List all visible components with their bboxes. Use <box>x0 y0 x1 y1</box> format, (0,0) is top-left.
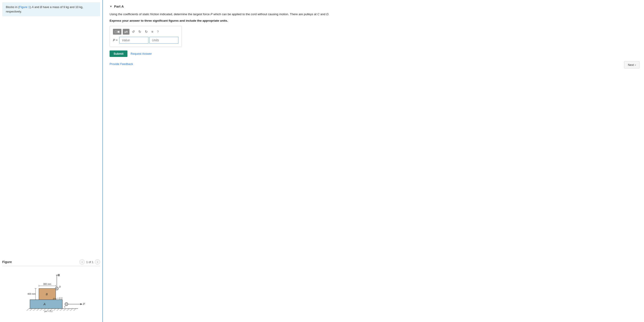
figure-title: Figure <box>2 260 12 264</box>
figure-prev-btn[interactable]: ‹ <box>80 259 85 265</box>
mu-ab-label: μAB = 0.3 <box>53 297 62 300</box>
figure-diagram: A B 300 mm 400 mm D <box>2 268 100 320</box>
svg-line-10 <box>57 309 59 311</box>
block-b-label: B <box>46 293 48 296</box>
next-label: Next <box>628 63 634 67</box>
dim-400-label: 400 mm <box>28 293 36 295</box>
svg-line-9 <box>54 309 56 311</box>
svg-rect-16 <box>30 300 62 309</box>
figure-next-btn[interactable]: › <box>95 259 100 265</box>
point-c-label: c <box>64 305 66 308</box>
svg-line-1 <box>26 309 29 311</box>
block-a-label: A <box>43 302 46 306</box>
svg-line-14 <box>70 309 72 311</box>
force-p-label: P <box>83 302 85 306</box>
figure-section: Figure ‹ 1 of 1 › <box>0 257 102 322</box>
svg-line-11 <box>60 309 62 311</box>
request-answer-link[interactable]: Request Answer <box>130 52 152 55</box>
answer-box: ▢▣ μA ↺ ↻ ↻ ≡ ? P = <box>110 26 182 47</box>
dim-300-label: 300 mm <box>43 283 51 285</box>
right-panel: ▼ Part A Using the coefficients of stati… <box>103 0 644 322</box>
svg-rect-26 <box>58 274 60 276</box>
svg-line-5 <box>40 309 42 311</box>
units-input[interactable] <box>149 37 178 43</box>
svg-line-15 <box>74 309 76 311</box>
reset-btn[interactable]: ↻ <box>144 29 149 34</box>
mu-a-label: μA = 0.1 <box>44 310 52 313</box>
toolbar: ▢▣ μA ↺ ↻ ↻ ≡ ? <box>113 29 178 35</box>
undo-btn[interactable]: ↺ <box>131 29 136 34</box>
input-row: P = <box>113 37 178 43</box>
diagram-svg: A B 300 mm 400 mm D <box>16 271 87 315</box>
svg-line-2 <box>30 309 32 311</box>
figure-link[interactable]: Figure 1 <box>19 5 30 9</box>
question-text: Using the coefficients of static frictio… <box>110 12 637 17</box>
figure-nav: ‹ 1 of 1 › <box>80 259 100 265</box>
svg-line-13 <box>67 309 69 311</box>
submit-button[interactable]: Submit <box>110 50 128 57</box>
next-button[interactable]: Next › <box>624 61 640 69</box>
part-header: ▼ Part A <box>110 4 637 8</box>
force-arrow <box>80 303 82 305</box>
action-row: Submit Request Answer <box>110 50 637 57</box>
next-chevron-icon: › <box>635 63 636 67</box>
left-panel: Blocks in (Figure 1) A and B have a mass… <box>0 0 103 322</box>
equation-label: P = <box>113 38 118 42</box>
problem-statement: Blocks in (Figure 1) A and B have a mass… <box>2 2 100 16</box>
part-label: Part A <box>114 4 124 8</box>
value-input[interactable] <box>120 37 148 43</box>
provide-feedback-link[interactable]: Provide Feedback <box>110 62 637 66</box>
redo-btn[interactable]: ↻ <box>137 29 142 34</box>
svg-line-3 <box>33 309 36 311</box>
svg-line-4 <box>37 309 39 311</box>
help-btn[interactable]: ? <box>156 29 160 34</box>
list-btn[interactable]: ≡ <box>150 29 154 34</box>
question-instruction: Express your answer to three significant… <box>110 19 637 22</box>
collapse-arrow-icon[interactable]: ▼ <box>110 5 112 8</box>
figure-page: 1 of 1 <box>86 260 94 264</box>
mu-btn[interactable]: μA <box>123 29 130 35</box>
figure-header: Figure ‹ 1 of 1 › <box>2 259 100 266</box>
svg-line-12 <box>64 309 66 311</box>
point-d-label: D <box>59 285 61 288</box>
matrix-btn[interactable]: ▢▣ <box>113 29 122 35</box>
